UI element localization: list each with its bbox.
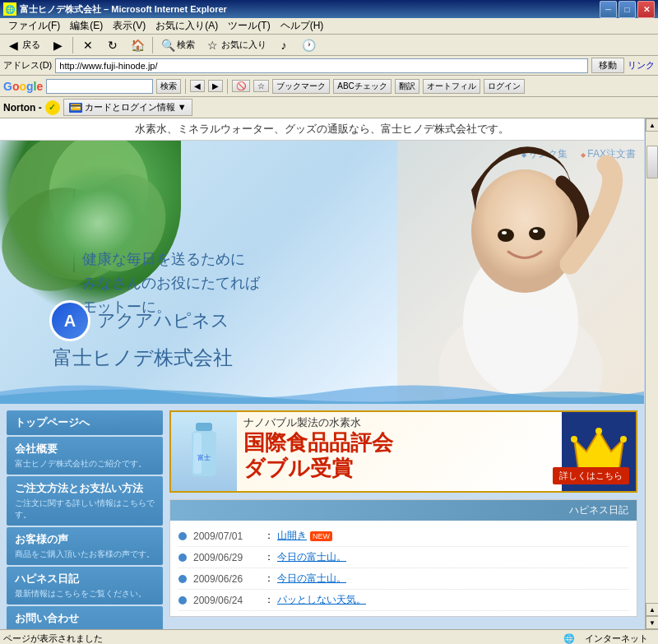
company-name: 富士ヒノデ株式会社 — [53, 345, 233, 371]
scroll-thumb[interactable] — [646, 146, 658, 178]
address-input[interactable] — [55, 58, 588, 73]
menubar: ファイル(F) 編集(E) 表示(V) お気に入り(A) ツール(T) ヘルプ(… — [0, 18, 658, 35]
address-label: アドレス(D) — [3, 59, 52, 72]
ad-bottle-image: 富士 — [171, 412, 237, 491]
svg-rect-17 — [193, 433, 202, 474]
close-button[interactable]: ✕ — [637, 1, 655, 18]
hero-banner: リンク集 FAX注文書 — [0, 141, 644, 404]
norton-card-button[interactable]: 💳 カードとログイン情報 ▼ — [63, 99, 192, 116]
links-label[interactable]: リンク — [628, 59, 655, 72]
window-title: 富士ヒノデ株式会社 – Microsoft Internet Explorer — [20, 3, 600, 16]
menu-help[interactable]: ヘルプ(H) — [276, 17, 329, 35]
diary-link-0[interactable]: 山開き — [277, 529, 307, 543]
g-forward-button[interactable]: ▶ — [208, 80, 223, 92]
scroll-up-button[interactable]: ▲ — [646, 118, 658, 132]
stop-button[interactable]: ✕ — [76, 35, 100, 55]
titlebar: 🌐 富士ヒノデ株式会社 – Microsoft Internet Explore… — [0, 0, 658, 18]
diary-bullet — [178, 554, 187, 562]
forward-button[interactable]: ▶ — [46, 35, 69, 55]
forward-icon: ▶ — [50, 38, 65, 53]
minimize-button[interactable]: ─ — [600, 1, 617, 18]
back-button[interactable]: ◀ 戻る — [2, 35, 44, 55]
go-button[interactable]: 移動 — [591, 58, 624, 73]
svg-point-11 — [498, 229, 514, 242]
norton-toolbar: Norton - ✓ 💳 カードとログイン情報 ▼ — [0, 97, 658, 118]
ad-text-area: ナノバブル製法の水素水 国際食品品評会 ダブル受賞 — [237, 412, 562, 491]
diary-bullet — [178, 575, 187, 583]
search-button[interactable]: 🔍 検索 — [156, 35, 199, 55]
star-icon: ☆ — [205, 38, 220, 53]
window-icon: 🌐 — [3, 2, 16, 16]
google-search-input[interactable] — [46, 79, 153, 94]
svg-line-6 — [74, 206, 115, 248]
diary-entry-3: 2009/06/24 ： パッとしない天気。 — [178, 590, 628, 611]
separator-2 — [152, 37, 153, 53]
menu-tools[interactable]: ツール(T) — [223, 17, 275, 35]
brand-name: アクアハピネス — [97, 308, 229, 333]
brand-logo: A — [49, 300, 90, 341]
separator-1 — [72, 37, 73, 53]
google-search-button[interactable]: 検索 — [156, 79, 181, 94]
g-login-button[interactable]: ログイン — [484, 79, 525, 94]
g-star-button[interactable]: ☆ — [253, 80, 269, 92]
diary-entries: 2009/07/01 ： 山開き NEW 2009/06/29 ： 今日の富士山… — [170, 521, 637, 616]
content-section: トップページへ 会社概要 富士ヒノデ株式会社のご紹介です。 ご注文方法とお支払い… — [0, 404, 644, 644]
sidebar-item-order[interactable]: ご注文方法とお支払い方法 ご注文に関する詳しい情報はこちらです。 — [7, 476, 163, 526]
ad-detail-button[interactable]: 詳しくはこちら — [553, 467, 629, 484]
g-bookmark-button[interactable]: ブックマーク — [272, 79, 330, 94]
diary-entry-1: 2009/06/29 ： 今日の富士山。 — [178, 547, 628, 568]
sidebar-item-voices[interactable]: お客様の声 商品をご購入頂いたお客様の声です。 — [7, 527, 163, 565]
svg-point-20 — [571, 436, 577, 442]
ad-banner[interactable]: 富士 ナノバブル製法の水素水 国際食品品評会 ダブル受賞 — [169, 410, 637, 493]
menu-view[interactable]: 表示(V) — [108, 17, 151, 35]
history-button[interactable]: 🕐 — [297, 35, 320, 55]
search-icon: 🔍 — [160, 38, 175, 53]
diary-link-1[interactable]: 今日の富士山。 — [277, 550, 346, 564]
navigation-toolbar: ◀ 戻る ▶ ✕ ↻ 🏠 🔍 検索 ☆ お気に入り ♪ 🕐 — [0, 35, 658, 56]
ad-big-text-1: 国際食品品評会 — [243, 430, 555, 456]
refresh-button[interactable]: ↻ — [101, 35, 124, 55]
diary-link-2[interactable]: 今日の富士山。 — [277, 572, 346, 586]
left-sidebar: トップページへ 会社概要 富士ヒノデ株式会社のご紹介です。 ご注文方法とお支払い… — [7, 410, 163, 644]
sidebar-item-top[interactable]: トップページへ — [7, 410, 163, 435]
scroll-down-button-1[interactable]: ▲ — [646, 603, 658, 616]
menu-file[interactable]: ファイル(F) — [3, 17, 65, 35]
right-content: 富士 ナノバブル製法の水素水 国際食品品評会 ダブル受賞 — [169, 410, 637, 644]
sidebar-item-diary[interactable]: ハピネス日記 最新情報はこちらをご覧ください。 — [7, 567, 163, 605]
diary-date-1: 2009/06/29 — [193, 552, 259, 563]
g-autofill-button[interactable]: オートフィル — [423, 79, 480, 94]
new-badge-0: NEW — [310, 531, 332, 541]
home-button[interactable]: 🏠 — [126, 35, 149, 55]
norton-label: Norton - — [3, 102, 42, 114]
diary-bullet — [178, 596, 187, 605]
sidebar-item-company[interactable]: 会社概要 富士ヒノデ株式会社のご紹介です。 — [7, 437, 163, 475]
svg-point-14 — [533, 229, 538, 233]
svg-point-21 — [595, 428, 602, 434]
vertical-scrollbar[interactable]: ▲ ▲ ▼ — [645, 118, 658, 629]
addressbar: アドレス(D) 移動 リンク — [0, 56, 658, 76]
diary-link-3[interactable]: パッとしない天気。 — [277, 593, 366, 607]
google-logo: Google — [3, 80, 43, 93]
stop-icon: ✕ — [81, 38, 95, 53]
wave-decoration — [0, 379, 644, 404]
menu-favorites[interactable]: お気に入り(A) — [151, 17, 223, 35]
svg-point-13 — [502, 231, 507, 234]
g-back-button[interactable]: ◀ — [190, 80, 205, 92]
svg-text:富士: 富士 — [197, 454, 211, 461]
ad-small-text: ナノバブル製法の水素水 — [243, 415, 555, 430]
menu-edit[interactable]: 編集(E) — [65, 17, 108, 35]
g-block-button[interactable]: 🚫 — [232, 80, 250, 92]
svg-rect-15 — [196, 423, 212, 431]
g-check-button[interactable]: ABCチェック — [333, 79, 392, 94]
restore-button[interactable]: □ — [619, 1, 636, 18]
g-sep-1 — [185, 79, 186, 94]
favorites-button[interactable]: ☆ お気に入り — [201, 35, 271, 55]
scroll-down-button-2[interactable]: ▼ — [646, 616, 658, 629]
main-content-area: 水素水、ミネラルウォーター、グッズの通販なら、富士ヒノデ株式会社です。 リンク集… — [0, 118, 658, 644]
google-toolbar: Google 検索 ◀ ▶ 🚫 ☆ ブックマーク ABCチェック 翻訳 オートフ… — [0, 76, 658, 97]
g-translate-button[interactable]: 翻訳 — [395, 79, 419, 94]
diary-date-2: 2009/06/26 — [193, 573, 259, 585]
media-button[interactable]: ♪ — [272, 35, 295, 55]
norton-check-icon: ✓ — [45, 100, 60, 115]
history-icon: 🕐 — [301, 38, 316, 53]
